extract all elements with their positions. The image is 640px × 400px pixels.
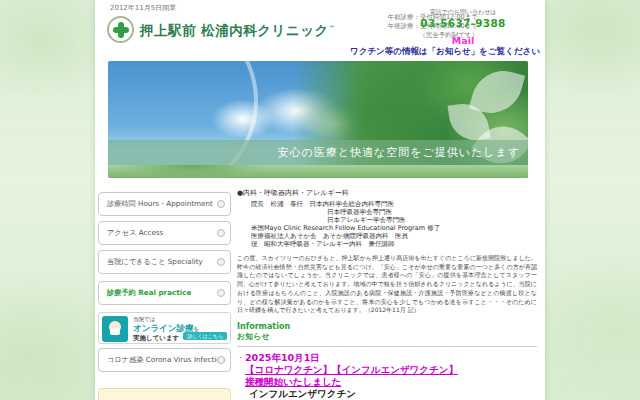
- chevron-circle-icon: [217, 289, 225, 297]
- banner-line2-particle: を: [194, 325, 200, 332]
- director-line: 米国Mayo Clinic Research Fellow Educationa…: [237, 224, 540, 232]
- departments-line: ●内科・呼吸器内科・アレルギー科: [237, 188, 540, 198]
- director-line: 日本呼吸器学会専門医: [237, 208, 540, 216]
- chevron-circle-icon: [217, 229, 225, 237]
- contact-label: 電話でのお問い合わせは: [413, 8, 513, 17]
- chevron-circle-icon: [217, 258, 225, 266]
- mail-link[interactable]: Mail: [452, 35, 474, 46]
- sidebar-item-corona[interactable]: コロナ感染 Corona Virus Infection: [98, 348, 231, 372]
- clinic-name: 押上駅前 松浦内科クリニック™: [140, 22, 335, 40]
- vaccine-notice: ワクチン等の情報は「お知らせ」をご覧ください: [350, 46, 540, 58]
- banner-line3: 実施しています: [133, 334, 179, 343]
- news-link-row: 【コロナワクチン】【インフルエンザワクチン】: [237, 364, 540, 376]
- hero-image: 安心の医療と快適な空間をご提供いたします: [108, 61, 528, 178]
- director-line: 日本アレルギー学会専門医: [237, 216, 540, 224]
- banner-line1: 当院では: [133, 316, 155, 323]
- clinic-logo-cross-icon: [107, 16, 134, 43]
- opened-date: 2012年11月5日開業: [110, 3, 176, 13]
- hero-ground: [108, 165, 528, 178]
- director-line: 院長 松浦 泰行 日本内科学会総合内科専門医: [237, 200, 540, 208]
- content-column: 2012年11月5日開業 押上駅前 松浦内科クリニック™ 午前診療：受付時間12…: [95, 0, 545, 400]
- news-date-row: ・ 2025年10月1日: [237, 352, 540, 364]
- banner-detail-button[interactable]: 詳しくはこちら: [183, 332, 227, 340]
- main-content: ●内科・呼吸器内科・アレルギー科 院長 松浦 泰行 日本内科学会総合内科専門医 …: [237, 188, 540, 400]
- director-line: 現 昭和大学呼吸器・アレルギー内科 兼任講師: [237, 240, 540, 248]
- information-title-en: Information: [237, 322, 540, 332]
- contact-block: 電話でのお問い合わせは 03-5637-9388 Mail: [413, 8, 513, 48]
- chevron-circle-icon: [217, 356, 225, 364]
- news-date-link[interactable]: 2025年10月1日: [245, 352, 320, 364]
- clinic-name-text: 押上駅前 松浦内科クリニック: [140, 22, 329, 38]
- chevron-circle-icon: [217, 200, 225, 208]
- sidebar-item-label: 当院にできること Speciality: [107, 257, 203, 267]
- news-bullet-icon: ・: [237, 352, 244, 364]
- sidebar-item-access[interactable]: アクセス Access: [98, 221, 231, 245]
- news-link-row: 接種開始いたしました: [237, 376, 540, 388]
- online-consultation-banner[interactable]: 当院では オンライン診療を 実施しています 詳しくはこちら: [98, 312, 231, 344]
- news-detail-title: インフルエンザワクチン: [237, 388, 540, 400]
- information-divider: [237, 346, 537, 347]
- hero-tagline: 安心の医療と快適な空間をご提供いたします: [108, 140, 528, 165]
- news-vaccine-link[interactable]: 【コロナワクチン】【インフルエンザワクチン】: [245, 364, 458, 376]
- sidebar-item-label: 診療時間 Hours・Appointment: [107, 199, 213, 209]
- greeting-paragraph: この度、スカイツリーのおひざもと、押上駅から押上通り商店街を出たすぐのところに新…: [237, 254, 537, 315]
- phone-number: 03-5637-9388: [413, 17, 513, 29]
- information-title-ja: お知らせ: [237, 332, 540, 342]
- director-line: 医療福祉法人あそか会 あそか病院呼吸器内科 医員: [237, 232, 540, 240]
- sidebar-notice-box: [98, 388, 231, 400]
- sidebar-item-label: アクセス Access: [107, 228, 163, 238]
- sidebar-item-hours[interactable]: 診療時間 Hours・Appointment: [98, 192, 231, 216]
- sidebar-item-label: 診療予約 Real practice: [107, 288, 191, 298]
- sidebar-item-reservation[interactable]: 診療予約 Real practice: [98, 281, 231, 305]
- sidebar-item-speciality[interactable]: 当院にできること Speciality: [98, 250, 231, 274]
- news-start-link[interactable]: 接種開始いたしました: [245, 376, 341, 388]
- online-doctor-illustration: [102, 316, 128, 342]
- sidebar-item-label: コロナ感染 Corona Virus Infection: [107, 355, 225, 365]
